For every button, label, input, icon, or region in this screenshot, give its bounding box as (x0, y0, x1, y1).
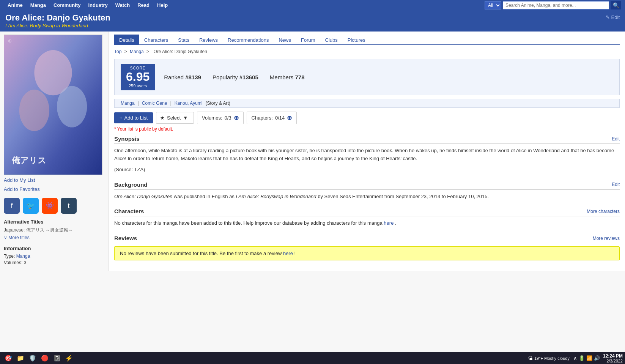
main-title: Ore Alice: Danjo Gyakuten (5, 13, 110, 23)
title-bar: Ore Alice: Danjo Gyakuten I Am Alice: Bo… (0, 11, 625, 32)
taskbar-clock: 12:24 PM 2/3/2022 (603, 353, 623, 363)
characters-here-link[interactable]: here (384, 220, 394, 226)
ranked-label: Ranked (164, 74, 184, 80)
nav-industry[interactable]: Industry (84, 0, 111, 11)
taskbar-right: 🌤 19°F Mostly cloudy ∧ 🔋 📶 🔊 12:24 PM 2/… (528, 353, 623, 363)
review-here-link[interactable]: here (283, 251, 293, 256)
list-actions-row: + Add to List ★ Select ▼ Volumes: 0/3 ⊕ … (114, 112, 620, 124)
add-to-list-label: Add to List (124, 115, 148, 121)
characters-body: No characters for this manga have been a… (114, 219, 620, 227)
information-section: Information Type: Manga Volumes: 3 (4, 246, 105, 265)
more-characters-link[interactable]: More characters (587, 209, 620, 214)
volume-icon: 🔊 (594, 355, 600, 361)
search-category-select[interactable]: All (485, 1, 501, 9)
alt-titles-heading: Alternative Titles (4, 219, 105, 225)
content-area: Details Characters Stats Reviews Recomme… (109, 32, 625, 271)
tab-forum[interactable]: Forum (296, 35, 320, 45)
members-value: 778 (295, 74, 305, 80)
chapters-value: 0/14 (275, 115, 285, 121)
volumes-plus-button[interactable]: ⊕ (234, 114, 239, 121)
taskbar-icon-2[interactable]: 🛡️ (27, 353, 38, 364)
synopsis-text: One afternoon, while Makoto is at a libr… (114, 147, 620, 163)
twitter-share-button[interactable]: 🐦 (23, 198, 39, 214)
tab-news[interactable]: News (274, 35, 296, 45)
popularity-value: #13605 (239, 74, 258, 80)
type-link[interactable]: Manga (16, 254, 30, 259)
meta-author[interactable]: Kanou, Ayumi (175, 101, 203, 106)
score-box: SCORE 6.95 259 users (121, 64, 155, 90)
add-icon: + (120, 115, 123, 121)
background-header: Background Edit (114, 181, 620, 190)
nav-manga[interactable]: Manga (27, 0, 50, 11)
facebook-share-button[interactable]: f (4, 198, 20, 214)
taskbar-icon-5[interactable]: ⚡ (64, 353, 74, 364)
title-area: Ore Alice: Danjo Gyakuten I Am Alice: Bo… (5, 13, 110, 28)
ranked-stat: Ranked #8139 (164, 74, 201, 80)
nav-help[interactable]: Help (153, 0, 172, 11)
main-wrapper: 俺アリス ① Add to My List Add to Favorites f… (0, 32, 625, 271)
characters-heading: Characters (114, 208, 144, 214)
nav-anime[interactable]: Anime (4, 0, 27, 11)
tumblr-share-button[interactable]: t (61, 198, 77, 214)
volumes-row: Volumes: 3 (4, 260, 105, 265)
members-label: Members (270, 74, 294, 80)
japanese-label: Japanese: (4, 227, 25, 233)
japanese-title: Japanese: 俺アリス ～男女逆転～ (4, 227, 105, 233)
tab-stats[interactable]: Stats (173, 35, 194, 45)
tab-details[interactable]: Details (114, 35, 139, 45)
synopsis-heading: Synopsis (114, 136, 140, 142)
clock-date: 2/3/2022 (603, 359, 623, 363)
synopsis-edit-link[interactable]: Edit (612, 136, 620, 142)
more-titles-link[interactable]: ∨ More titles (4, 235, 30, 240)
cover-image: 俺アリス ① (4, 35, 102, 175)
search-button[interactable]: 🔍 (611, 1, 621, 9)
select-status-dropdown[interactable]: ★ Select ▼ (156, 112, 194, 124)
more-reviews-link[interactable]: More reviews (593, 236, 620, 241)
review-exclamation: ! (294, 251, 296, 256)
breadcrumb-manga[interactable]: Manga (130, 49, 144, 54)
meta-publisher[interactable]: Comic Gene (142, 101, 167, 106)
manga-meta-row: Manga | Comic Gene | Kanou, Ayumi (Story… (114, 99, 620, 108)
characters-notice-text: No characters for this manga have been a… (114, 220, 384, 226)
edit-title-link[interactable]: ✎ Edit (606, 14, 620, 20)
background-edit-link[interactable]: Edit (612, 182, 620, 187)
search-area: All 🔍 (485, 1, 621, 9)
meta-type[interactable]: Manga (121, 101, 135, 106)
add-to-list-button[interactable]: + Add to List (114, 112, 153, 123)
score-stats-row: SCORE 6.95 259 users Ranked #8139 Popula… (114, 59, 620, 95)
taskbar-icon-3[interactable]: 🔴 (39, 353, 50, 364)
background-italic-english: I Am Alice: Bodyswap in Wonderland (236, 194, 316, 199)
breadcrumb-top[interactable]: Top (114, 49, 121, 54)
weather-text: 19°F Mostly cloudy (534, 356, 570, 361)
breadcrumb-sep-1: > (124, 49, 128, 54)
tab-reviews[interactable]: Reviews (194, 35, 223, 45)
nav-watch[interactable]: Watch (112, 0, 134, 11)
search-input[interactable] (503, 1, 609, 9)
taskbar-icon-4[interactable]: 📓 (52, 353, 62, 364)
svg-point-2 (19, 90, 49, 131)
tab-pictures[interactable]: Pictures (343, 35, 370, 45)
characters-header: Characters More characters (114, 208, 620, 216)
tab-recommendations[interactable]: Recommendations (223, 35, 274, 45)
synopsis-source: (Source: TZA) (114, 166, 620, 174)
tab-clubs[interactable]: Clubs (320, 35, 343, 45)
taskbar-icon-1[interactable]: 📁 (15, 353, 26, 364)
reddit-share-button[interactable]: 👾 (42, 198, 58, 214)
background-italic-title: Ore Alice: Danjo Gyakuten (114, 194, 172, 199)
taskbar-icon-0[interactable]: 🎯 (3, 353, 14, 364)
nav-read[interactable]: Read (134, 0, 153, 11)
tab-characters[interactable]: Characters (139, 35, 173, 45)
clock-time: 12:24 PM (603, 353, 623, 359)
synopsis-body: One afternoon, while Makoto is at a libr… (114, 147, 620, 173)
add-to-favorites-link[interactable]: Add to Favorites (4, 184, 105, 193)
add-to-my-list-link[interactable]: Add to My List (4, 175, 105, 184)
background-body: Ore Alice: Danjo Gyakuten was published … (114, 193, 620, 201)
type-row: Type: Manga (4, 254, 105, 259)
score-value: 6.95 (126, 70, 150, 84)
nav-community[interactable]: Community (50, 0, 85, 11)
chapters-label: Chapters: (252, 115, 273, 121)
background-text: Ore Alice: Danjo Gyakuten was published … (114, 193, 620, 201)
chapters-box: Chapters: 0/14 ⊕ (247, 112, 297, 124)
chapters-plus-button[interactable]: ⊕ (287, 114, 292, 121)
characters-section: Characters More characters No characters… (114, 208, 620, 227)
